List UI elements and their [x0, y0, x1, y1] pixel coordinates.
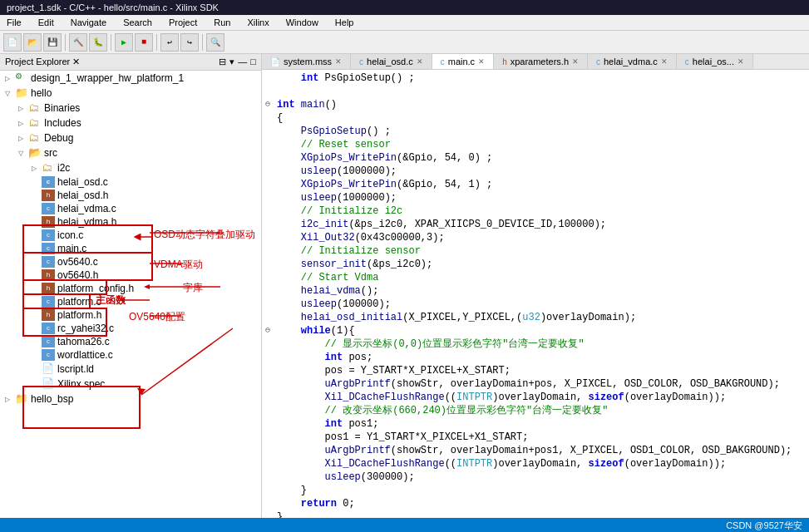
- tree-arrow-src[interactable]: ▽: [18, 150, 28, 157]
- c-file-icon-platform-c: c: [42, 296, 55, 308]
- tree-item-rc-yahei32-c[interactable]: c rc_yahei32.c: [0, 322, 261, 335]
- tree-item-platform-c[interactable]: c platform.c: [0, 295, 261, 308]
- toolbar-undo[interactable]: ↩: [160, 33, 179, 52]
- code-text-13: Xil_Out32(0x43c00000,3);: [274, 231, 809, 244]
- tab-close-helai-os2[interactable]: ✕: [737, 57, 744, 66]
- code-line-6: // Reset sensor: [262, 138, 809, 151]
- code-text-30: Xil_DCacheFlushRange((INTPTR)overlayDoma…: [274, 457, 809, 470]
- toolbar-search[interactable]: 🔍: [206, 33, 224, 52]
- tab-close-helai-vdma-c[interactable]: ✕: [661, 57, 668, 66]
- menu-search[interactable]: Search: [120, 17, 155, 28]
- explorer-menu[interactable]: ▾: [229, 57, 234, 67]
- h-file-icon-platform-h: h: [42, 309, 55, 321]
- h-file-icon-platform-config-h: h: [42, 283, 55, 294]
- c-file-icon-ov5640-c: c: [42, 256, 55, 268]
- menu-help[interactable]: Help: [332, 17, 358, 28]
- code-text-6: // Reset sensor: [274, 138, 809, 151]
- tree-item-src[interactable]: ▽ 📂 src: [0, 145, 261, 160]
- tree-arrow[interactable]: ▷: [5, 75, 15, 82]
- tree-item-helai-vdma-c[interactable]: c helai_vdma.c: [0, 202, 261, 215]
- tab-system-mss[interactable]: 📄 system.mss ✕: [262, 54, 351, 69]
- tree-arrow-i2c[interactable]: ▷: [32, 165, 42, 172]
- menu-navigate[interactable]: Navigate: [67, 17, 110, 28]
- tab-close-system-mss[interactable]: ✕: [335, 57, 342, 66]
- tree-label-xilinx-spec: Xilinx.spec: [57, 378, 105, 390]
- code-line-16: // Start Vdma: [262, 271, 809, 284]
- tree-item-hello[interactable]: ▽ 📁 hello: [0, 86, 261, 101]
- tree-item-platform-config-h[interactable]: h platform_config.h: [0, 282, 261, 295]
- menu-file[interactable]: File: [3, 17, 25, 28]
- toolbar-build[interactable]: 🔨: [69, 33, 87, 52]
- tree-item-hello-bsp[interactable]: ▷ 📁 hello_bsp: [0, 392, 261, 406]
- tab-xparameters-h[interactable]: h xparameters.h ✕: [494, 54, 588, 69]
- tree-label-hello-bsp: hello_bsp: [31, 393, 73, 405]
- tree-item-ov5640-c[interactable]: c ov5640.c: [0, 255, 261, 268]
- tab-helai-osd-c[interactable]: c helai_osd.c ✕: [351, 54, 432, 69]
- menu-window[interactable]: Window: [283, 17, 322, 28]
- toolbar-open[interactable]: 📂: [23, 33, 42, 52]
- tree-item-ov5640-h[interactable]: h ov5640.h: [0, 268, 261, 282]
- tree-label-platform-h: platform.h: [57, 309, 101, 321]
- code-line-30: Xil_DCacheFlushRange((INTPTR)overlayDoma…: [262, 457, 809, 470]
- tree-item-design-wrapper[interactable]: ▷ ⚙ design_1_wrapper_hw_platform_1: [0, 71, 261, 86]
- tree-item-debug[interactable]: ▷ 🗂 Debug: [0, 131, 261, 145]
- code-text-23: pos = Y_START*X_PIXCEL+X_START;: [274, 364, 809, 377]
- toolbar-save[interactable]: 💾: [43, 33, 62, 52]
- tree-item-tahoma26-c[interactable]: c tahoma26.c: [0, 335, 261, 348]
- menu-edit[interactable]: Edit: [35, 17, 57, 28]
- code-text-31: usleep(300000);: [274, 470, 809, 484]
- status-right: CSDN @9527华安: [726, 520, 802, 532]
- toolbar-new[interactable]: 📄: [3, 33, 22, 52]
- code-text-18: usleep(100000);: [274, 298, 809, 311]
- collapse-btn-20[interactable]: ⊖: [262, 324, 274, 337]
- toolbar: 📄 📂 💾 🔨 🐛 ▶ ■ ↩ ↪ 🔍: [0, 31, 809, 54]
- menu-xilinx[interactable]: Xilinx: [244, 17, 272, 28]
- code-line-5: PsGpioSetup() ;: [262, 125, 809, 138]
- tree-item-i2c[interactable]: ▷ 🗂 i2c: [0, 160, 261, 175]
- tree-arrow-debug[interactable]: ▷: [18, 135, 28, 142]
- code-content[interactable]: int PsGpioSetup() ; ⊖ int main() {: [262, 70, 809, 518]
- collapse-btn-3[interactable]: ⊖: [262, 98, 274, 111]
- toolbar-redo[interactable]: ↪: [180, 33, 199, 52]
- menu-project[interactable]: Project: [165, 17, 200, 28]
- tree-item-binaries[interactable]: ▷ 🗂 Binaries: [0, 101, 261, 116]
- tree-arrow-hello[interactable]: ▽: [5, 90, 15, 97]
- c-file-icon-icon-c: c: [42, 229, 55, 241]
- code-line-18: usleep(100000);: [262, 298, 809, 311]
- tree-arrow-includes[interactable]: ▷: [18, 120, 28, 127]
- tree-label-icon-c: icon.c: [57, 229, 83, 241]
- tree-arrow-hello-bsp[interactable]: ▷: [5, 396, 15, 403]
- explorer-min[interactable]: —: [238, 57, 247, 67]
- toolbar-run[interactable]: ▶: [115, 33, 133, 52]
- tree-item-icon-c[interactable]: c icon.c: [0, 229, 261, 242]
- menu-run[interactable]: Run: [210, 17, 234, 28]
- tab-close-helai-osd-c[interactable]: ✕: [417, 57, 423, 66]
- c-file-icon-wordlattice-c: c: [42, 349, 55, 361]
- tree-item-helai-vdma-h[interactable]: h helai_vdma.h: [0, 215, 261, 229]
- tab-main-c[interactable]: c main.c ✕: [432, 54, 494, 70]
- tree-item-xilinx-spec[interactable]: 📄 Xilinx.spec: [0, 377, 261, 392]
- tree-item-includes[interactable]: ▷ 🗂 Includes: [0, 116, 261, 131]
- tree-item-helai-osd-c[interactable]: c helai_osd.c: [0, 175, 261, 189]
- explorer-header: Project Explorer ✕ ⊟ ▾ — □: [0, 54, 261, 71]
- explorer-max[interactable]: □: [250, 57, 256, 67]
- project-explorer: Project Explorer ✕ ⊟ ▾ — □ ▷ ⚙ design_1_…: [0, 54, 262, 518]
- tree-label-helai-osd-h: helai_osd.h: [57, 190, 108, 201]
- code-line-19: helai_osd_initial(X_PIXCEL,Y_PIXCEL,(u32…: [262, 311, 809, 324]
- tab-helai-os2[interactable]: c helai_os... ✕: [677, 54, 753, 69]
- tab-close-xparameters-h[interactable]: ✕: [572, 57, 579, 66]
- tree-label-includes: Includes: [44, 117, 81, 129]
- tree-item-helai-osd-h[interactable]: h helai_osd.h: [0, 189, 261, 202]
- hw-platform-icon: ⚙: [15, 71, 28, 85]
- tab-close-main-c[interactable]: ✕: [478, 57, 485, 66]
- tree-item-main-c[interactable]: c main.c: [0, 242, 261, 255]
- tree-arrow-binaries[interactable]: ▷: [18, 105, 28, 112]
- tabs-bar: 📄 system.mss ✕ c helai_osd.c ✕ c main.c …: [262, 54, 809, 70]
- tree-item-wordlattice-c[interactable]: c wordlattice.c: [0, 348, 261, 362]
- tree-item-platform-h[interactable]: h platform.h: [0, 308, 261, 322]
- tab-helai-vdma-c[interactable]: c helai_vdma.c ✕: [588, 54, 677, 69]
- tree-item-lscript-ld[interactable]: 📄 lscript.ld: [0, 362, 261, 377]
- explorer-collapse-all[interactable]: ⊟: [219, 57, 226, 67]
- toolbar-stop[interactable]: ■: [135, 33, 153, 52]
- toolbar-debug[interactable]: 🐛: [89, 33, 107, 52]
